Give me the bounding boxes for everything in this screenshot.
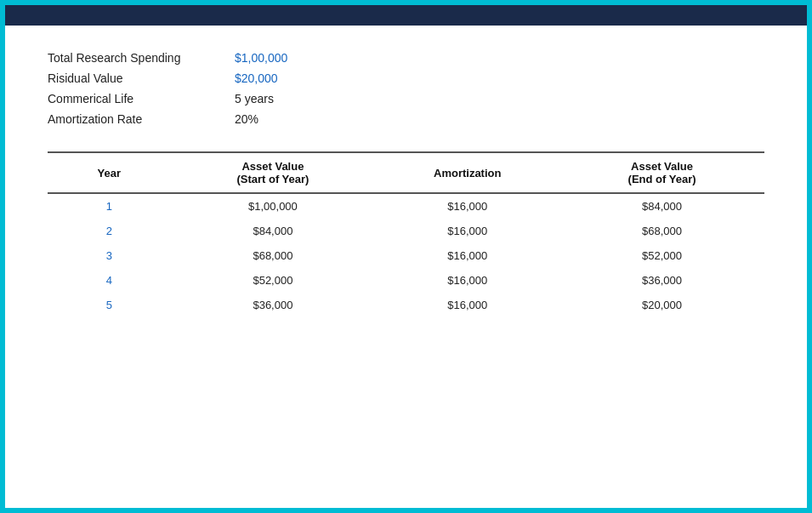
content-area: Total Research Spending$1,00,000Risidual… (5, 26, 807, 508)
cell-amortization: $16,000 (375, 219, 559, 243)
info-value: $1,00,000 (235, 51, 287, 65)
info-row: Risidual Value$20,000 (48, 71, 764, 85)
cell-amortization: $16,000 (375, 193, 559, 219)
header-bar (5, 5, 807, 26)
info-value: $20,000 (235, 71, 278, 85)
amortization-table: YearAsset Value(Start of Year)Amortizati… (48, 151, 764, 320)
cell-asset-end: $36,000 (559, 268, 764, 293)
table-row: 3$68,000$16,000$52,000 (48, 243, 764, 268)
info-row: Amortization Rate20% (48, 112, 764, 126)
info-row: Commerical Life5 years (48, 92, 764, 105)
cell-year: 3 (48, 243, 171, 268)
info-label: Amortization Rate (48, 112, 235, 126)
table-col-assetEnd: Asset Value(End of Year) (559, 152, 764, 193)
info-label: Total Research Spending (48, 51, 235, 65)
table-row: 2$84,000$16,000$68,000 (48, 219, 764, 243)
info-section: Total Research Spending$1,00,000Risidual… (48, 51, 764, 126)
table-body: 1$1,00,000$16,000$84,0002$84,000$16,000$… (48, 193, 764, 320)
cell-year: 5 (48, 293, 171, 320)
info-label: Risidual Value (48, 71, 235, 85)
cell-asset-start: $84,000 (171, 219, 376, 243)
cell-asset-start: $36,000 (171, 293, 376, 320)
info-label: Commerical Life (48, 92, 235, 105)
cell-asset-end: $84,000 (559, 193, 764, 219)
cell-amortization: $16,000 (375, 293, 559, 320)
info-value: 5 years (235, 92, 274, 105)
cell-asset-end: $20,000 (559, 293, 764, 320)
outer-wrapper: Total Research Spending$1,00,000Risidual… (0, 0, 812, 513)
cell-asset-start: $68,000 (171, 243, 376, 268)
cell-asset-start: $52,000 (171, 268, 376, 293)
table-row: 1$1,00,000$16,000$84,000 (48, 193, 764, 219)
table-col-amortization: Amortization (375, 152, 559, 193)
info-value: 20% (235, 112, 258, 126)
cell-year: 4 (48, 268, 171, 293)
table-section: YearAsset Value(Start of Year)Amortizati… (48, 151, 764, 320)
cell-year: 2 (48, 219, 171, 243)
info-row: Total Research Spending$1,00,000 (48, 51, 764, 65)
cell-amortization: $16,000 (375, 268, 559, 293)
table-row: 4$52,000$16,000$36,000 (48, 268, 764, 293)
table-header: YearAsset Value(Start of Year)Amortizati… (48, 152, 764, 193)
table-header-row: YearAsset Value(Start of Year)Amortizati… (48, 152, 764, 193)
cell-asset-start: $1,00,000 (171, 193, 376, 219)
cell-amortization: $16,000 (375, 243, 559, 268)
cell-asset-end: $52,000 (559, 243, 764, 268)
table-col-year: Year (48, 152, 171, 193)
table-col-assetStart: Asset Value(Start of Year) (171, 152, 376, 193)
table-row: 5$36,000$16,000$20,000 (48, 293, 764, 320)
cell-asset-end: $68,000 (559, 219, 764, 243)
inner-card: Total Research Spending$1,00,000Risidual… (5, 5, 807, 508)
cell-year: 1 (48, 193, 171, 219)
